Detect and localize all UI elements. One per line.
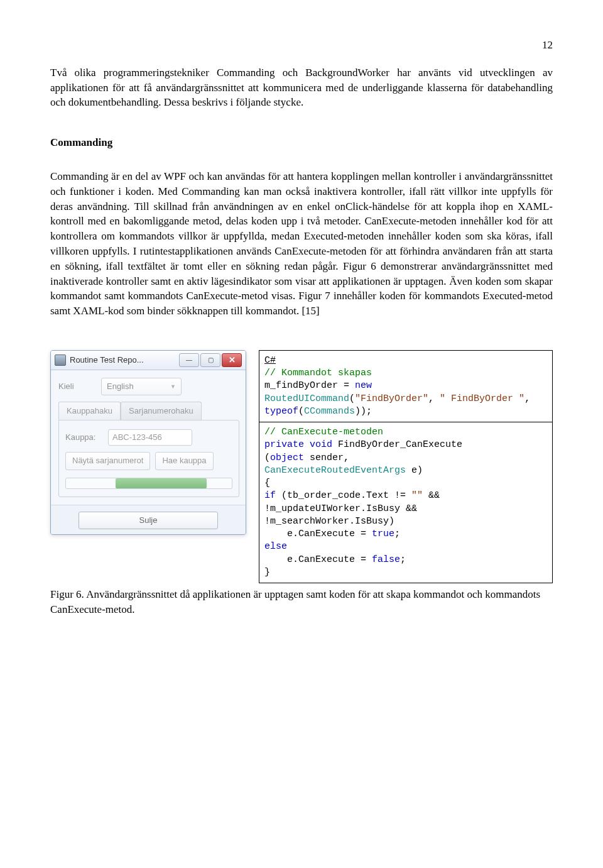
code-text: ( xyxy=(349,393,355,404)
order-label: Kauppa: xyxy=(65,432,103,443)
section-heading: Commanding xyxy=(50,135,553,150)
language-value: English xyxy=(107,381,134,392)
app-window: Routine Test Repo... — ▢ ✕ Kieli English… xyxy=(50,350,246,535)
intro-paragraph: Två olika programmeringstekniker Command… xyxy=(50,65,553,110)
code-lang: C# xyxy=(264,355,276,366)
code-keyword-if: if xyxy=(264,490,276,501)
window-body: Kieli English ▼ Kauppahaku Sarjanumeroha… xyxy=(51,370,246,505)
tab-panel: Kauppa: ABC-123-456 Näytä sarjanumerot H… xyxy=(58,420,239,497)
code-keyword-true: true xyxy=(372,529,394,539)
close-row: Sulje xyxy=(51,505,246,534)
language-select[interactable]: English ▼ xyxy=(101,378,182,395)
code-text: m_findByOrder = xyxy=(264,380,355,391)
code-keyword-object: object xyxy=(270,453,304,463)
progress-indicator xyxy=(116,478,207,488)
code-text: ( xyxy=(298,406,304,417)
language-label: Kieli xyxy=(58,381,96,392)
code-string: "FindByOrder" xyxy=(355,393,428,404)
titlebar: Routine Test Repo... — ▢ ✕ xyxy=(51,351,246,370)
progress-bar xyxy=(65,478,232,489)
show-serials-button[interactable]: Näytä sarjanumerot xyxy=(65,452,150,470)
code-text: ; xyxy=(394,529,400,539)
maximize-button[interactable]: ▢ xyxy=(200,353,220,367)
app-icon xyxy=(55,354,66,366)
search-order-button[interactable]: Hae kauppa xyxy=(155,452,213,470)
code-type: CCommands xyxy=(304,406,355,417)
code-string: "" xyxy=(411,490,423,501)
code-text: sender, xyxy=(304,453,349,463)
code-keyword-new: new xyxy=(355,380,372,391)
close-app-button[interactable]: Sulje xyxy=(79,512,218,529)
tab-kauppahaku[interactable]: Kauppahaku xyxy=(58,402,121,420)
code-text: FindByOrder_CanExecute xyxy=(332,439,462,450)
page-number: 12 xyxy=(50,38,553,53)
chevron-down-icon: ▼ xyxy=(170,383,176,391)
code-keyword-typeof: typeof xyxy=(264,406,298,417)
code-type: CanExecuteRoutedEventArgs xyxy=(264,465,406,476)
code-text: , xyxy=(428,393,440,404)
code-text: ( xyxy=(264,453,270,463)
code-keyword-false: false xyxy=(372,554,400,565)
window-title: Routine Test Repo... xyxy=(70,354,175,366)
window-buttons: — ▢ ✕ xyxy=(179,353,242,367)
code-type: RoutedUICommand xyxy=(264,393,349,404)
code-string: " FindByOrder " xyxy=(440,393,524,404)
code-text: e.CanExecute = xyxy=(264,529,372,539)
code-box-canexecute: // CanExecute-metoden private void FindB… xyxy=(259,422,553,583)
code-keywords: private void xyxy=(264,439,332,450)
code-box-create: C# // Kommandot skapas m_findByOrder = n… xyxy=(259,350,553,422)
code-column: C# // Kommandot skapas m_findByOrder = n… xyxy=(259,350,553,583)
code-text: (tb_order_code.Text != xyxy=(276,490,411,501)
tabs: Kauppahaku Sarjanumerohaku xyxy=(58,402,239,420)
tab-sarjanumerohaku[interactable]: Sarjanumerohaku xyxy=(121,402,202,420)
code-text: )); xyxy=(355,406,372,417)
figure-caption: Figur 6. Användargränssnittet då applika… xyxy=(50,587,553,617)
code-comment: // CanExecute-metoden xyxy=(264,427,383,437)
order-input[interactable]: ABC-123-456 xyxy=(108,429,192,446)
code-text: ; xyxy=(400,554,406,565)
figure-row: Routine Test Repo... — ▢ ✕ Kieli English… xyxy=(50,350,553,583)
code-keyword-else: else xyxy=(264,541,287,552)
code-text: e) xyxy=(406,465,423,476)
minimize-button[interactable]: — xyxy=(179,353,199,367)
close-window-button[interactable]: ✕ xyxy=(222,353,242,367)
code-text: , xyxy=(524,393,536,404)
code-text: } xyxy=(264,567,270,578)
code-comment: // Kommandot skapas xyxy=(264,368,372,378)
code-text: e.CanExecute = xyxy=(264,554,372,565)
code-text: { xyxy=(264,478,270,488)
body-paragraph: Commanding är en del av WPF och kan anvä… xyxy=(50,169,553,319)
